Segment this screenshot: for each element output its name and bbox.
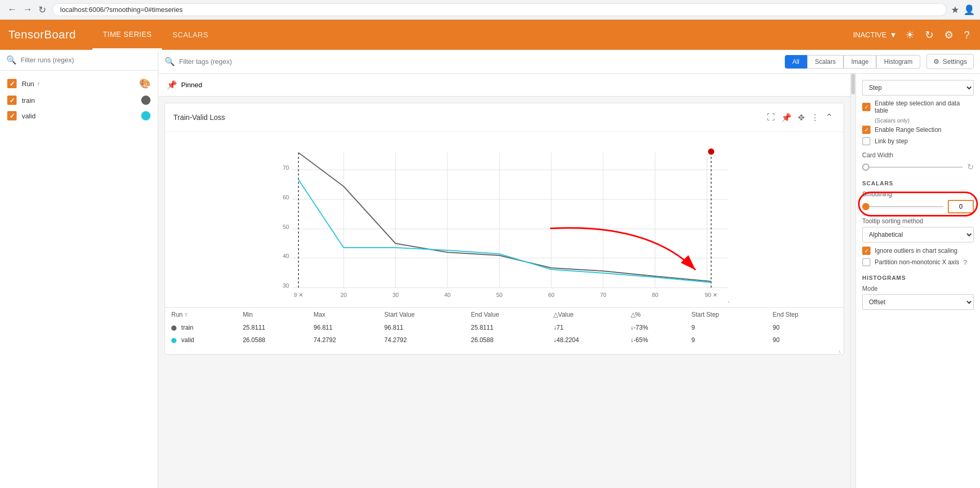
tooltip-sort-select[interactable]: Alphabetical Ascending Descending Defaul…: [862, 227, 974, 242]
svg-text:40: 40: [282, 253, 289, 259]
enable-range-label: Enable Range Selection: [875, 126, 942, 133]
tensorboard-logo: TensorBoard: [8, 28, 76, 42]
charts-main: 📌 Pinned Train-Valid Loss ⛶ 📌 ✥ ⋮ ⌃: [158, 74, 850, 488]
valid-checkbox[interactable]: [7, 111, 17, 120]
svg-text:40: 40: [444, 292, 450, 298]
settings-panel-button[interactable]: ⚙ Settings: [927, 54, 974, 69]
chart-title: Train-Valid Loss: [173, 113, 225, 121]
scalars-section-title: SCALARS: [862, 180, 974, 186]
filter-histogram-button[interactable]: Histogram: [876, 55, 920, 69]
train-delta-value: ↓71: [547, 321, 624, 334]
valid-run-item: valid: [0, 108, 158, 124]
run-header-label: Run ↑: [22, 80, 134, 88]
svg-text:70: 70: [600, 292, 606, 298]
step-select[interactable]: Step Relative Wall: [862, 80, 974, 96]
reload-button[interactable]: ↻: [36, 2, 48, 18]
enable-range-checkbox[interactable]: [862, 126, 870, 134]
pinned-section: 📌 Pinned: [158, 74, 850, 97]
theme-button[interactable]: ☀: [903, 26, 917, 43]
train-checkbox[interactable]: [7, 96, 17, 105]
expand-chart-button[interactable]: ⛶: [765, 111, 777, 124]
card-width-slider[interactable]: [862, 167, 963, 168]
card-width-slider-row: ↻: [862, 162, 974, 172]
filter-all-button[interactable]: All: [785, 55, 807, 69]
scroll-track[interactable]: [850, 74, 855, 488]
sidebar: 🔍 Run ↑ 🎨 train: [0, 50, 158, 488]
status-dropdown-icon[interactable]: ▼: [890, 31, 897, 39]
svg-text:80: 80: [651, 292, 658, 298]
run-header-item: Run ↑ 🎨: [0, 75, 158, 92]
valid-max: 74.2792: [307, 334, 378, 346]
svg-text:9 ✕: 9 ✕: [293, 292, 303, 298]
status-label: INACTIVE: [853, 31, 887, 39]
train-end-step: 90: [766, 321, 843, 334]
resize-handle[interactable]: ⌞: [165, 346, 843, 354]
tag-filter-input-wrapper: 🔍: [165, 57, 779, 66]
ignore-outliers-checkbox[interactable]: [862, 247, 870, 255]
valid-delta-value: ↓48.2204: [547, 334, 624, 346]
chart-container: 30 40 50 60 70: [165, 132, 843, 303]
run-list: Run ↑ 🎨 train valid: [0, 71, 158, 128]
train-label: train: [22, 97, 136, 104]
partition-checkbox[interactable]: [862, 258, 870, 266]
mode-select[interactable]: Offset Overlay: [862, 294, 974, 310]
card-width-thumb[interactable]: [862, 164, 869, 171]
forward-button[interactable]: →: [21, 2, 34, 17]
pin-chart-button[interactable]: 📌: [779, 111, 794, 125]
filter-image-button[interactable]: Image: [843, 55, 876, 69]
collapse-chart-button[interactable]: ⌃: [823, 110, 835, 125]
card-width-reset[interactable]: ↻: [967, 162, 974, 172]
sidebar-filter: 🔍: [0, 50, 158, 71]
chart-card-header: Train-Valid Loss ⛶ 📌 ✥ ⋮ ⌃: [165, 103, 843, 132]
main-nav: TIME SERIES SCALARS: [92, 20, 219, 50]
fullscreen-chart-button[interactable]: ✥: [796, 111, 807, 125]
tooltip-sort-label: Tooltip sorting method: [862, 218, 974, 225]
nav-scalars[interactable]: SCALARS: [162, 20, 219, 50]
tensorboard-header: TensorBoard TIME SERIES SCALARS INACTIVE…: [0, 20, 980, 50]
bookmark-icon: ★: [951, 4, 959, 16]
svg-text:60: 60: [548, 292, 554, 298]
filter-scalars-button[interactable]: Scalars: [807, 55, 843, 69]
filter-runs-input[interactable]: [21, 56, 152, 64]
help-button[interactable]: ?: [962, 27, 972, 43]
link-by-step-checkbox[interactable]: [862, 137, 870, 145]
valid-label: valid: [22, 112, 136, 120]
svg-text:⌞: ⌞: [728, 297, 730, 303]
refresh-button[interactable]: ↻: [923, 26, 936, 43]
settings-button[interactable]: ⚙: [942, 26, 956, 43]
histograms-section-title: HISTOGRAMS: [862, 275, 974, 281]
smoothing-input[interactable]: [948, 200, 974, 213]
train-min: 25.8111: [237, 321, 307, 334]
run-all-checkbox[interactable]: [7, 79, 17, 88]
pin-icon: 📌: [167, 80, 177, 90]
partition-help-icon[interactable]: ?: [963, 259, 967, 266]
run-sort-arrow[interactable]: ↑: [37, 80, 40, 87]
svg-point-29: [708, 148, 714, 155]
valid-color-dot: [141, 111, 151, 120]
smoothing-label: Smoothing: [862, 191, 974, 198]
col-delta-value: △Value: [547, 308, 624, 322]
filter-tags-input[interactable]: [179, 58, 779, 65]
scalars-only-label: (Scalars only): [875, 117, 974, 124]
address-bar[interactable]: localhost:6006/?smoothing=0#timeseries: [52, 3, 947, 16]
partition-label: Partition non-monotonic X axis: [875, 259, 959, 266]
tag-filter-buttons: All Scalars Image Histogram: [785, 55, 920, 69]
valid-start-step: 9: [685, 334, 767, 346]
smoothing-slider[interactable]: [862, 206, 944, 207]
nav-time-series[interactable]: TIME SERIES: [92, 20, 162, 50]
col-run[interactable]: Run ↑: [165, 308, 237, 322]
search-icon: 🔍: [6, 55, 17, 65]
smoothing-thumb[interactable]: [862, 203, 869, 210]
svg-text:20: 20: [340, 292, 346, 298]
ignore-outliers-label: Ignore outliers in chart scaling: [875, 247, 957, 254]
valid-end-value: 26.0588: [465, 334, 547, 346]
charts-area: 📌 Pinned Train-Valid Loss ⛶ 📌 ✥ ⋮ ⌃: [158, 74, 980, 488]
more-chart-button[interactable]: ⋮: [809, 111, 821, 125]
enable-step-checkbox[interactable]: [862, 103, 870, 111]
tag-filter-bar: 🔍 All Scalars Image Histogram ⚙ Settings: [158, 50, 980, 74]
back-button[interactable]: ←: [5, 2, 19, 17]
color-palette-icon[interactable]: 🎨: [139, 78, 151, 89]
browser-nav: ← → ↻: [5, 2, 48, 18]
train-start-value: 96.811: [378, 321, 465, 334]
chart-card: Train-Valid Loss ⛶ 📌 ✥ ⋮ ⌃: [165, 103, 844, 355]
